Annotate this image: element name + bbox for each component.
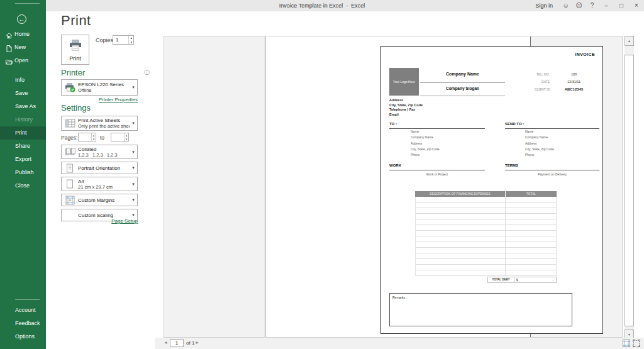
print-button[interactable]: Print [61, 35, 89, 65]
scaling-value: Custom Scaling [78, 213, 130, 218]
client-id-value: ABC12345 [550, 87, 598, 91]
invoice-meta: BILL NO. 100 DATE 12/31/11 CLIENT ID ABC… [513, 70, 598, 93]
minimize-button[interactable]: – [599, 0, 614, 11]
printer-device-icon [62, 82, 78, 92]
back-icon[interactable]: ← [17, 14, 26, 24]
table-header-total: TOTAL [505, 191, 557, 197]
feedback-frown-icon[interactable]: ☹ [572, 0, 586, 11]
table-body [415, 197, 557, 276]
table-cell [506, 265, 556, 270]
scroll-up-icon[interactable]: ▴ [625, 36, 634, 46]
sidebar-item-label: Export [15, 156, 31, 162]
sidebar-item-save-as[interactable]: Save As [0, 100, 46, 113]
terms-heading: TERMS [505, 163, 518, 167]
table-cell [506, 214, 556, 219]
close-button[interactable]: × [629, 0, 644, 11]
sidebar-item-options[interactable]: Options [0, 330, 46, 343]
sidebar-item-account[interactable]: Account [0, 304, 46, 317]
printer-heading: Printer [61, 68, 85, 77]
stepper-down-icon[interactable]: ▾ [92, 137, 96, 141]
table-row [416, 259, 556, 265]
margins-dropdown[interactable]: Custom Margins ▾ [61, 194, 138, 206]
sign-in-button[interactable]: Sign in [529, 0, 559, 11]
vertical-scrollbar[interactable]: ▴ ▾ [625, 36, 634, 340]
bill-no-label: BILL NO. [513, 72, 550, 76]
bill-no-value: 100 [550, 72, 598, 76]
send-to-line: City, State, Zip Code [525, 147, 554, 152]
sidebar-item-save[interactable]: Save [0, 87, 46, 100]
page-count-label: of 1 [186, 340, 194, 346]
table-cell [416, 259, 506, 264]
sidebar-item-label: Save [15, 90, 28, 96]
table-row [416, 214, 556, 219]
pages-to-arrows: ▴ ▾ [124, 133, 128, 141]
remarks-box: Remarks : [389, 293, 572, 326]
sidebar-item-publish[interactable]: Publish [0, 166, 46, 179]
table-cell [506, 236, 556, 241]
page-setup-link[interactable]: Page Setup [61, 218, 138, 224]
print-what-dropdown[interactable]: Print Active Sheets Only print the activ… [61, 116, 138, 131]
active-sheets-icon [62, 119, 78, 128]
send-to-line: Address [525, 141, 554, 147]
help-icon[interactable]: ? [586, 0, 599, 11]
zoom-to-page-icon[interactable] [633, 340, 640, 347]
table-cell [416, 236, 506, 241]
next-page-icon[interactable]: ► [195, 340, 199, 345]
copies-input[interactable] [113, 36, 128, 44]
sidebar-item-open[interactable]: Open [0, 54, 46, 67]
table-row [416, 265, 556, 270]
scrollbar-thumb[interactable] [625, 55, 634, 326]
paper-size-dropdown[interactable]: A4 21 cm x 29,7 cm ▾ [61, 177, 138, 191]
show-margins-icon[interactable] [623, 340, 630, 347]
sidebar-item-history: History [0, 113, 46, 126]
chevron-down-icon: ▾ [130, 150, 137, 155]
table-cell [506, 253, 556, 258]
table-cell [506, 202, 556, 208]
sidebar-item-info[interactable]: Info [0, 74, 46, 87]
divider [420, 82, 505, 83]
orientation-dropdown[interactable]: Portrait Orientation ▾ [61, 162, 138, 174]
pages-from-input[interactable] [79, 133, 91, 141]
preview-bottom-bar: ◄ of 1 ► [155, 338, 644, 349]
sidebar-item-export[interactable]: Export [0, 153, 46, 166]
preview-view-controls [623, 340, 640, 347]
info-icon[interactable]: ⓘ [144, 69, 150, 77]
page-number-input[interactable] [170, 339, 184, 347]
sidebar-item-label: Save As [15, 103, 36, 109]
table-cell [416, 270, 506, 275]
previous-page-icon[interactable]: ◄ [164, 340, 168, 345]
sidebar-item-feedback[interactable]: Feedback [0, 317, 46, 330]
collation-dropdown[interactable]: Collated 1,2,3 1,2,3 1,2,3 ▾ [61, 145, 138, 159]
table-cell [416, 219, 506, 224]
stepper-down-icon[interactable]: ▾ [125, 137, 128, 141]
chevron-down-icon: ▾ [130, 197, 137, 202]
copies-stepper-arrows: ▴ ▾ [128, 36, 133, 44]
open-folder-icon [6, 57, 13, 64]
company-name: Company Name [420, 72, 505, 76]
sidebar-item-home[interactable]: Home [0, 28, 46, 41]
printer-icon [69, 39, 82, 52]
send-to-line: Company Name [525, 135, 554, 140]
address-line: Telephone | Fax [389, 108, 423, 113]
stepper-down-icon[interactable]: ▾ [129, 40, 133, 45]
printer-dropdown[interactable]: EPSON L220 Series Offline ▾ [61, 79, 138, 96]
table-cell [506, 197, 556, 202]
sidebar-item-new[interactable]: New [0, 41, 46, 54]
sidebar-item-share[interactable]: Share [0, 140, 46, 153]
sidebar-item-label: Close [15, 182, 30, 189]
sidebar-item-print[interactable]: Print [0, 126, 46, 140]
currency-symbol: $ [516, 278, 518, 282]
pages-to-input[interactable] [111, 133, 124, 141]
pages-to-stepper: ▴ ▾ [111, 133, 129, 141]
new-document-icon [6, 44, 13, 51]
sidebar-divider [15, 299, 40, 300]
maximize-button[interactable]: □ [614, 0, 629, 11]
table-row [416, 219, 556, 225]
sidebar-item-close[interactable]: Close [0, 179, 46, 192]
feedback-smile-icon[interactable]: ☺ [559, 0, 572, 11]
sidebar-item-label: Account [15, 307, 36, 313]
client-id-label: CLIENT ID [513, 87, 550, 91]
table-cell [416, 225, 506, 230]
sidebar-divider [15, 3, 40, 4]
printer-properties-link[interactable]: Printer Properties [61, 97, 138, 102]
